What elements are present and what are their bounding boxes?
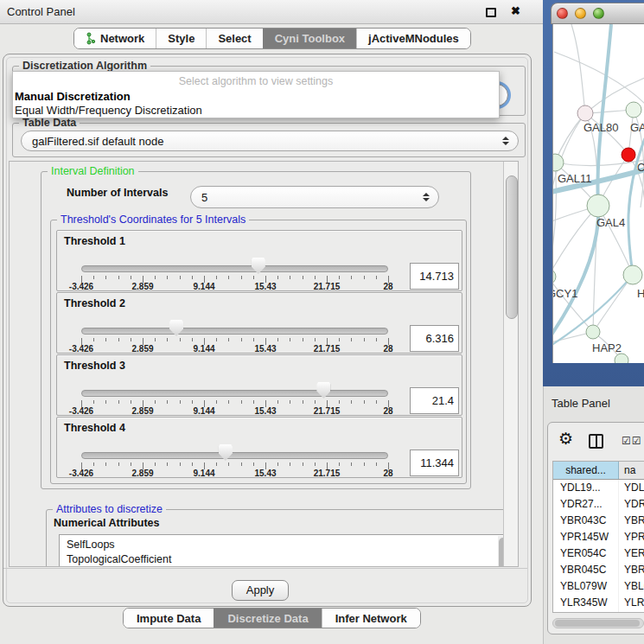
cell-shared-name: YBL079W [553, 578, 619, 595]
table-panel-body: ⚙ ☑☑ shared... na YDL19...YDL1YDR27...YD… [547, 422, 644, 634]
checkbox-icons[interactable]: ☑☑ [622, 435, 642, 447]
gray-edge[interactable] [593, 275, 633, 332]
network-node[interactable] [622, 148, 635, 162]
spinner-arrows-icon[interactable] [502, 137, 509, 145]
column-header-shared[interactable]: shared... [553, 462, 619, 479]
minimize-light-icon[interactable] [575, 8, 586, 19]
slider-tick [253, 338, 254, 341]
table-row[interactable]: YER054CYER0 [553, 545, 644, 562]
zoom-light-icon[interactable] [593, 8, 604, 19]
attributes-listbox[interactable]: SelfLoopsTopologicalCoefficientBetweenne… [59, 534, 510, 567]
slider-tick [376, 400, 377, 404]
slider-tick-label: 2.859 [131, 406, 153, 416]
slider-tick [364, 338, 365, 341]
network-node[interactable] [623, 265, 642, 284]
slider-tick [228, 462, 229, 466]
node-label: GAL11 [558, 172, 592, 185]
tab-impute-data[interactable]: Impute Data [124, 609, 214, 628]
list-item[interactable]: TopologicalCoefficient [60, 552, 509, 567]
slider-track[interactable] [81, 328, 388, 335]
network-node[interactable] [626, 102, 641, 118]
table-row[interactable]: YBL079WYBL0 [553, 578, 644, 595]
table-data-combobox[interactable]: galFiltered.sif default node [21, 131, 519, 151]
slider-tick [315, 338, 316, 341]
float-window-icon[interactable] [486, 8, 496, 17]
popup-option-equal-width-frequency[interactable]: Equal Width/Frequency Discretization [15, 104, 202, 117]
gray-edge[interactable] [571, 24, 585, 113]
network-node[interactable] [577, 105, 593, 121]
table-row[interactable]: YBR043CYBR0 [553, 513, 644, 529]
tab-discretize-data[interactable]: Discretize Data [214, 609, 321, 628]
network-node[interactable] [615, 354, 628, 363]
table-row[interactable]: YDR27...YDR2 [553, 496, 644, 513]
node-label: H [637, 287, 644, 300]
cell-name: YBR0 [619, 513, 644, 529]
scrollbar-thumb[interactable] [506, 175, 518, 319]
tab-cyni-toolbox[interactable]: Cyni Toolbox [263, 29, 356, 48]
cell-shared-name: YBR043C [553, 513, 619, 529]
slider-tick [93, 338, 94, 341]
tab-label: Infer Network [335, 612, 407, 625]
threshold-value-field[interactable]: 14.713 [410, 263, 459, 290]
column-header-name[interactable]: na [619, 462, 644, 479]
slider-tick [277, 462, 278, 466]
slider-tick-label: 28 [383, 406, 392, 416]
gray-edge[interactable] [585, 113, 628, 155]
cell-shared-name: YBR045C [553, 562, 619, 578]
network-node[interactable] [553, 269, 556, 284]
intervals-combobox[interactable]: 5 [190, 186, 439, 208]
gray-edge[interactable] [554, 52, 644, 104]
table-row[interactable]: YBR045CYBR0 [553, 562, 644, 578]
app-root: Control Panel ✖ NetworkStyleSelectCyni T… [0, 0, 644, 644]
list-item[interactable]: BetweennessCentrality [60, 566, 509, 567]
tab-select[interactable]: Select [206, 29, 262, 48]
gray-edge[interactable] [553, 206, 598, 277]
network-window-titlebar[interactable] [551, 3, 644, 24]
slider-tick-label: -3.426 [69, 344, 93, 354]
slider-track[interactable] [81, 452, 388, 459]
threshold-value-field[interactable]: 21.4 [410, 387, 459, 414]
threshold-value-field[interactable]: 6.316 [410, 325, 459, 352]
slider-tick-label: 15.43 [254, 344, 276, 354]
horizontal-scrollbar[interactable] [552, 618, 644, 628]
threshold-panel-4: Threshold 4-3.4262.8599.14415.4321.71528… [56, 417, 462, 478]
slider-track[interactable] [81, 390, 388, 397]
table-row[interactable]: YLR345WYLR3 [553, 595, 644, 611]
apply-button[interactable]: Apply [232, 580, 289, 601]
table-row[interactable]: YIL052CYIL0 [553, 611, 644, 613]
close-icon[interactable]: ✖ [511, 4, 520, 17]
table-row[interactable]: YDL19...YDL1 [553, 480, 644, 496]
tab-infer-network[interactable]: Infer Network [322, 609, 420, 628]
group-title: Interval Definition [48, 165, 138, 177]
network-node[interactable] [587, 194, 609, 217]
popup-option-manual-discretization[interactable]: Manual Discretization [15, 90, 131, 103]
vertical-scrollbar[interactable] [503, 162, 519, 567]
threshold-value-field[interactable]: 11.344 [410, 450, 459, 476]
slider-track[interactable] [81, 265, 388, 272]
slider-tick [277, 400, 278, 404]
network-node[interactable] [586, 325, 600, 339]
slider-tick [180, 338, 181, 341]
gray-edge[interactable] [553, 113, 585, 277]
slider-tick-label: 9.144 [193, 406, 214, 416]
table-row[interactable]: YPR145WYPR1 [553, 529, 644, 545]
group-title: Threshold's Coordinates for 5 Intervals [57, 214, 249, 226]
panel-title: Control Panel [7, 5, 75, 18]
slider-tick-label: -3.426 [69, 406, 93, 416]
close-light-icon[interactable] [557, 8, 568, 19]
slider-tick [364, 276, 365, 279]
gear-icon[interactable]: ⚙ [558, 430, 573, 448]
tab-label: Cyni Toolbox [275, 32, 345, 45]
scrollbar-thumb[interactable] [555, 620, 640, 627]
tab-jactivemnodules[interactable]: jActiveMNodules [356, 29, 470, 48]
tab-network[interactable]: Network [74, 29, 156, 48]
slider-tick [339, 400, 340, 404]
split-panel-icon[interactable] [589, 434, 603, 449]
tab-style[interactable]: Style [156, 29, 206, 48]
spinner-arrows-icon[interactable] [423, 193, 430, 201]
slider-tick [351, 462, 352, 466]
slider-tick [192, 462, 193, 466]
list-item[interactable]: SelfLoops [60, 538, 509, 552]
slider-tick-label: 28 [383, 469, 392, 478]
network-canvas[interactable]: GAL80GACGAL11GAL4GCY1HHAP2 [552, 24, 644, 363]
